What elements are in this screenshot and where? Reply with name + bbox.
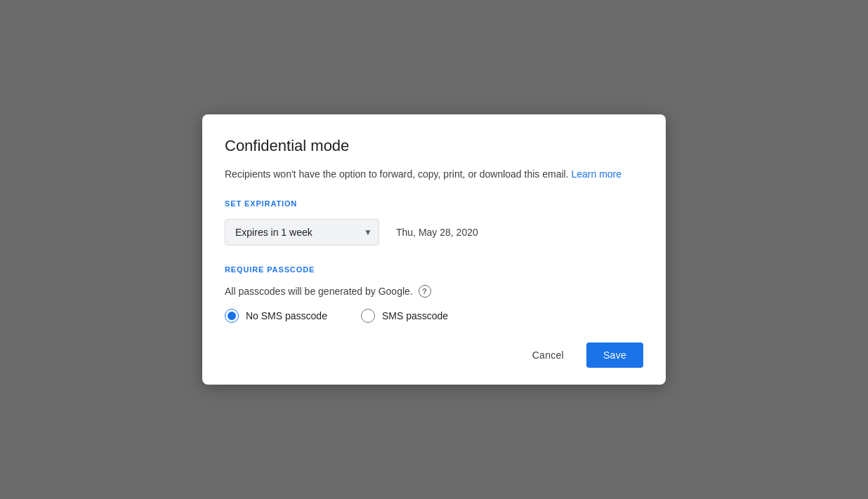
description-text: Recipients won't have the option to forw…: [225, 168, 571, 180]
radio-option-no-sms[interactable]: No SMS passcode: [225, 309, 327, 323]
radio-no-sms-input[interactable]: [225, 309, 239, 323]
passcode-info-text: All passcodes will be generated by Googl…: [225, 286, 413, 297]
set-expiration-label: SET EXPIRATION: [225, 199, 643, 208]
radio-sms-label: SMS passcode: [382, 310, 448, 321]
modal-overlay: Confidential mode Recipients won't have …: [0, 0, 868, 499]
learn-more-link[interactable]: Learn more: [571, 168, 622, 180]
dialog-title: Confidential mode: [225, 137, 643, 155]
radio-sms-input[interactable]: [361, 309, 375, 323]
radio-group: No SMS passcode SMS passcode: [225, 309, 643, 323]
passcode-info-row: All passcodes will be generated by Googl…: [225, 285, 643, 298]
require-passcode-label: REQUIRE PASSCODE: [225, 265, 643, 274]
save-button[interactable]: Save: [586, 342, 643, 368]
help-icon[interactable]: ?: [419, 285, 431, 298]
passcode-section: REQUIRE PASSCODE All passcodes will be g…: [225, 265, 643, 323]
radio-no-sms-label: No SMS passcode: [246, 310, 327, 321]
dialog-actions: Cancel Save: [225, 342, 643, 368]
expiration-select[interactable]: No expiration Expires in 1 day Expires i…: [225, 219, 379, 246]
expiration-select-wrapper: No expiration Expires in 1 day Expires i…: [225, 219, 379, 246]
expiration-row: No expiration Expires in 1 day Expires i…: [225, 219, 643, 246]
confidential-mode-dialog: Confidential mode Recipients won't have …: [202, 114, 666, 384]
cancel-button[interactable]: Cancel: [515, 342, 581, 368]
radio-option-sms[interactable]: SMS passcode: [361, 309, 448, 323]
expiration-date: Thu, May 28, 2020: [396, 227, 478, 238]
dialog-description: Recipients won't have the option to forw…: [225, 166, 643, 182]
